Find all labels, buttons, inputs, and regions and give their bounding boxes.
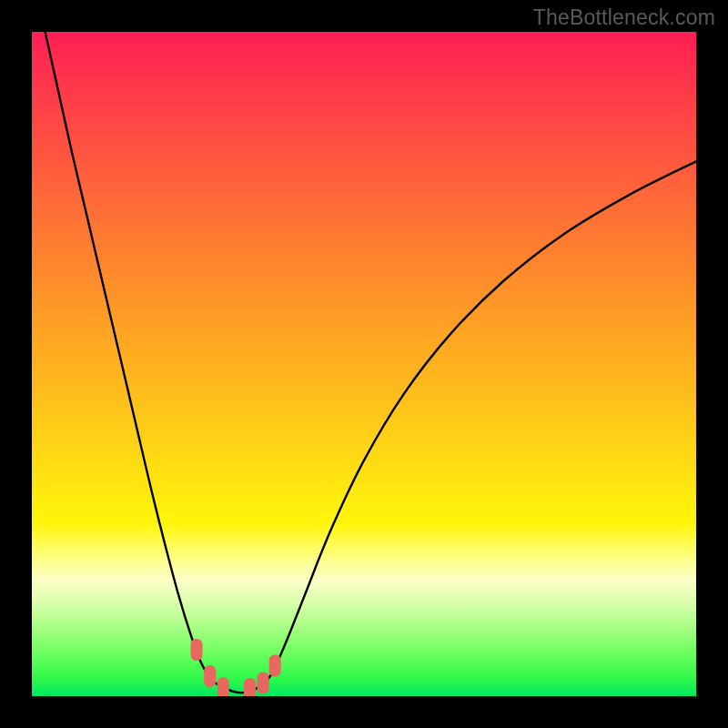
plot-area <box>32 32 696 696</box>
bottleneck-curve <box>32 32 696 696</box>
highlight-marker <box>244 678 256 696</box>
chart-frame: TheBottleneck.com <box>0 0 728 728</box>
highlight-marker <box>217 677 229 696</box>
curve-left-branch <box>46 32 221 686</box>
highlight-marker <box>191 639 203 661</box>
highlight-marker <box>204 665 216 687</box>
curve-right-branch <box>261 161 696 686</box>
highlight-marker <box>258 672 269 693</box>
highlight-marker <box>269 654 281 676</box>
watermark-text: TheBottleneck.com <box>533 5 715 30</box>
